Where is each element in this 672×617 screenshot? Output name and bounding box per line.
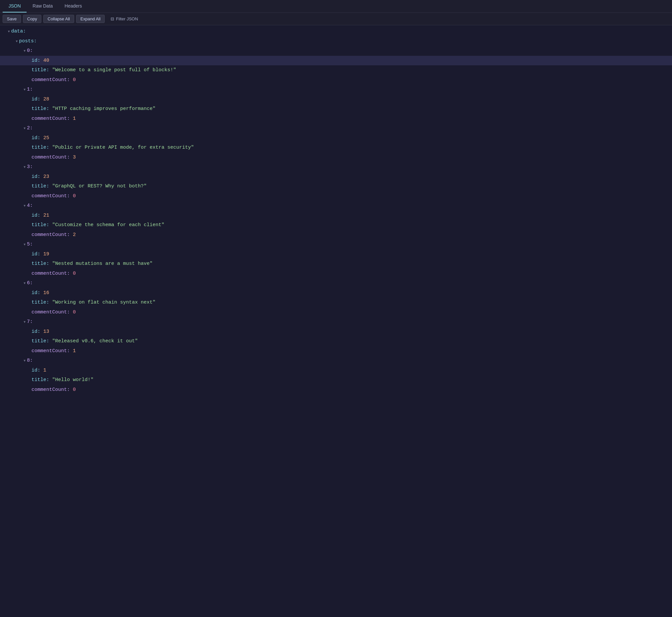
post-1-index: 1:: [27, 85, 33, 94]
collapse-all-button[interactable]: Collapse All: [43, 15, 74, 23]
post-6-comment-row: commentCount: 0: [0, 307, 672, 318]
post-1-arrow[interactable]: ▼: [24, 87, 26, 92]
post-5-title-val: "Nested mutations are a must have": [52, 260, 153, 268]
post-0-index-row: ▼ 0:: [0, 46, 672, 56]
post-1-comment-key: commentCount:: [31, 115, 70, 123]
post-2-comment-row: commentCount: 3: [0, 153, 672, 163]
post-4-id-key: id:: [31, 211, 40, 220]
post-4-id-row: id: 21: [0, 211, 672, 221]
post-7-index-row: ▼ 7:: [0, 317, 672, 327]
filter-icon: ⊟: [110, 16, 114, 21]
post-6-title-key: title:: [31, 298, 49, 307]
post-4-comment-key: commentCount:: [31, 231, 70, 239]
post-3-index-row: ▼ 3:: [0, 162, 672, 172]
post-5-index-row: ▼ 5:: [0, 240, 672, 249]
post-0-comment-key: commentCount:: [31, 76, 70, 84]
post-0-index: 0:: [27, 47, 33, 55]
post-2-id-val: 25: [43, 134, 49, 143]
post-1-index-row: ▼ 1:: [0, 85, 672, 94]
post-0-id-val: 40: [43, 56, 49, 65]
post-0-id-row: id: 40: [0, 56, 672, 66]
post-1-comment-val: 1: [73, 115, 76, 123]
post-8-comment-val: 0: [73, 386, 76, 394]
post-8-id-val: 1: [43, 366, 46, 375]
root-data-key: data:: [11, 27, 26, 36]
post-3-index: 3:: [27, 163, 33, 171]
post-2-comment-val: 3: [73, 153, 76, 162]
post-8-index: 8:: [27, 357, 33, 365]
post-2-index: 2:: [27, 124, 33, 133]
post-6-index-row: ▼ 6:: [0, 278, 672, 288]
post-3-arrow[interactable]: ▼: [24, 164, 26, 170]
json-view: ▼ data: ▼ posts: ▼ 0: id: 40 title: "Wel…: [0, 25, 672, 396]
post-1-id-key: id:: [31, 95, 40, 104]
post-8-comment-row: commentCount: 0: [0, 385, 672, 395]
post-7-title-key: title:: [31, 337, 49, 346]
post-8-title-val: "Hello world!": [52, 376, 93, 384]
post-7-title-row: title: "Released v0.6, check it out": [0, 337, 672, 346]
posts-arrow[interactable]: ▼: [16, 39, 18, 44]
post-8-arrow[interactable]: ▼: [24, 358, 26, 364]
post-2-id-row: id: 25: [0, 133, 672, 143]
post-3-comment-val: 0: [73, 192, 76, 201]
tab-raw-data[interactable]: Raw Data: [27, 0, 58, 12]
post-2-index-row: ▼ 2:: [0, 124, 672, 133]
post-3-id-row: id: 23: [0, 172, 672, 182]
filter-label: Filter JSON: [116, 16, 138, 21]
filter-json-button[interactable]: ⊟ Filter JSON: [106, 15, 142, 23]
post-6-arrow[interactable]: ▼: [24, 280, 26, 286]
posts-row: ▼ posts:: [0, 36, 672, 46]
post-1-id-row: id: 28: [0, 94, 672, 105]
post-0-id-key: id:: [31, 56, 40, 65]
post-5-id-row: id: 19: [0, 249, 672, 259]
post-5-id-key: id:: [31, 250, 40, 259]
post-7-index: 7:: [27, 318, 33, 326]
post-3-comment-row: commentCount: 0: [0, 191, 672, 201]
post-6-title-val: "Working on flat chain syntax next": [52, 298, 156, 307]
post-5-arrow[interactable]: ▼: [24, 242, 26, 247]
post-0-title-key: title:: [31, 66, 49, 74]
post-0-comment-row: commentCount: 0: [0, 75, 672, 85]
root-data-row: ▼ data:: [0, 27, 672, 36]
post-2-comment-key: commentCount:: [31, 153, 70, 162]
root-arrow[interactable]: ▼: [8, 29, 10, 34]
post-3-title-row: title: "GraphQL or REST? Why not both?": [0, 182, 672, 191]
save-button[interactable]: Save: [3, 15, 21, 23]
post-8-index-row: ▼ 8:: [0, 356, 672, 366]
post-4-title-key: title:: [31, 221, 49, 229]
post-1-id-val: 28: [43, 95, 49, 104]
post-2-id-key: id:: [31, 134, 40, 143]
post-1-title-key: title:: [31, 105, 49, 113]
toolbar: Save Copy Collapse All Expand All ⊟ Filt…: [0, 13, 672, 25]
post-1-title-val: "HTTP caching improves performance": [52, 105, 156, 113]
post-2-title-val: "Public or Private API mode, for extra s…: [52, 144, 194, 152]
post-6-comment-key: commentCount:: [31, 308, 70, 317]
post-4-arrow[interactable]: ▼: [24, 203, 26, 209]
post-5-title-row: title: "Nested mutations are a must have…: [0, 259, 672, 269]
post-2-arrow[interactable]: ▼: [24, 126, 26, 131]
post-0-title-val: "Welcome to a single post full of blocks…: [52, 66, 176, 74]
post-7-arrow[interactable]: ▼: [24, 319, 26, 325]
post-4-index-row: ▼ 4:: [0, 201, 672, 211]
post-1-title-row: title: "HTTP caching improves performanc…: [0, 104, 672, 114]
post-7-id-row: id: 13: [0, 327, 672, 337]
post-0-title-row: title: "Welcome to a single post full of…: [0, 65, 672, 75]
post-7-id-val: 13: [43, 328, 49, 336]
post-0-arrow[interactable]: ▼: [24, 48, 26, 54]
post-8-id-key: id:: [31, 366, 40, 375]
post-5-comment-val: 0: [73, 269, 76, 278]
tab-bar: JSON Raw Data Headers: [0, 0, 672, 13]
tab-json[interactable]: JSON: [3, 0, 27, 12]
post-6-id-key: id:: [31, 289, 40, 297]
posts-key: posts:: [19, 37, 37, 46]
expand-all-button[interactable]: Expand All: [76, 15, 105, 23]
post-3-title-val: "GraphQL or REST? Why not both?": [52, 182, 147, 191]
post-4-title-row: title: "Customize the schema for each cl…: [0, 220, 672, 230]
post-6-comment-val: 0: [73, 308, 76, 317]
post-4-id-val: 21: [43, 211, 49, 220]
post-5-index: 5:: [27, 240, 33, 249]
copy-button[interactable]: Copy: [23, 15, 41, 23]
post-5-id-val: 19: [43, 250, 49, 259]
tab-headers[interactable]: Headers: [59, 0, 88, 12]
post-2-title-key: title:: [31, 144, 49, 152]
